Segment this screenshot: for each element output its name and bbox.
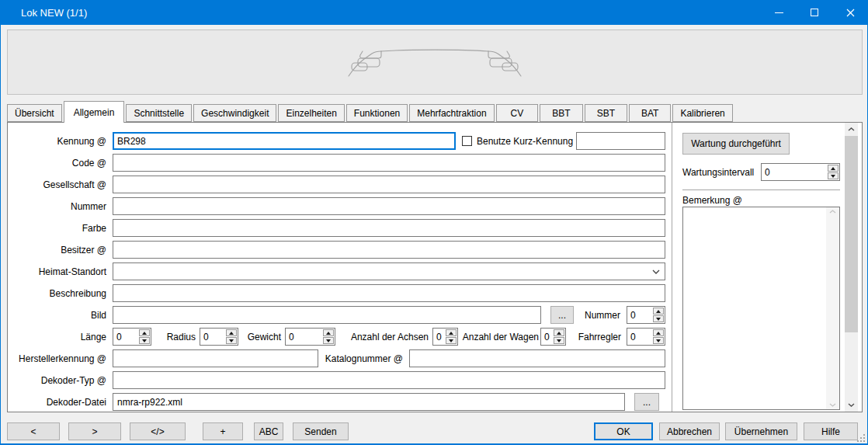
spinner-up-button[interactable] [226, 329, 237, 336]
bild-nummer-input[interactable] [627, 307, 652, 323]
gesellschaft-input[interactable] [113, 176, 665, 193]
window-controls [761, 0, 868, 25]
spinner-up-button[interactable] [653, 308, 664, 315]
tab-bar: Übersicht Allgemein Schnittstelle Geschw… [7, 101, 734, 123]
tab-einzelheiten[interactable]: Einzelheiten [278, 104, 344, 122]
radius-stepper[interactable] [200, 328, 238, 346]
tab-cv[interactable]: CV [496, 104, 539, 122]
achsen-input[interactable] [433, 329, 445, 345]
resize-grip[interactable] [856, 433, 865, 442]
gewicht-label: Gewicht [238, 332, 281, 342]
dekoder-datei-input[interactable] [113, 393, 625, 411]
tab-uebersicht[interactable]: Übersicht [7, 104, 62, 122]
ok-button[interactable]: OK [594, 422, 653, 440]
scrollbar-down-button[interactable] [845, 398, 858, 412]
tab-bbt[interactable]: BBT [540, 104, 582, 122]
spinner-up-button[interactable] [828, 165, 838, 172]
laenge-input[interactable] [113, 329, 138, 345]
code-input[interactable] [113, 154, 665, 172]
page-scrollbar[interactable] [845, 123, 858, 412]
wartung-durchgefuehrt-button[interactable]: Wartung durchgeführt [682, 133, 790, 155]
achsen-stepper[interactable] [432, 328, 458, 346]
tab-kalibrieren[interactable]: Kalibrieren [672, 104, 732, 122]
minimize-button[interactable] [761, 0, 797, 25]
spinner-up-button[interactable] [139, 329, 150, 336]
bild-nummer-stepper[interactable] [627, 306, 665, 324]
next-button[interactable]: > [68, 422, 121, 440]
tab-bat[interactable]: BAT [629, 104, 671, 122]
achsen-label: Anzahl der Achsen [335, 332, 429, 342]
close-button[interactable] [832, 0, 868, 25]
add-button[interactable]: + [203, 422, 243, 440]
scrollbar-up-button[interactable] [845, 123, 858, 136]
wagen-input[interactable] [541, 329, 553, 345]
spinner-up-button[interactable] [323, 329, 334, 336]
radius-input[interactable] [200, 329, 225, 345]
wartungsintervall-stepper[interactable] [761, 163, 840, 181]
kennung-input[interactable] [113, 132, 456, 150]
tab-schnittstelle[interactable]: Schnittstelle [126, 104, 192, 122]
tab-geschwindigkeit[interactable]: Geschwindigkeit [193, 104, 276, 122]
spinner-up-button[interactable] [446, 329, 457, 336]
spinner-down-button[interactable] [323, 337, 334, 344]
tab-funktionen[interactable]: Funktionen [346, 104, 408, 122]
beschreibung-label: Beschreibung [8, 288, 106, 299]
abbrechen-button[interactable]: Abbrechen [659, 422, 720, 440]
spinner-up-button[interactable] [554, 329, 564, 336]
hilfe-button[interactable]: Hilfe [804, 422, 858, 440]
beschreibung-input[interactable] [113, 284, 665, 302]
dekoder-typ-input[interactable] [113, 371, 665, 389]
prev-button[interactable]: < [7, 422, 60, 440]
besitzer-label: Besitzer @ [8, 245, 106, 256]
close-icon [846, 9, 855, 17]
bild-browse-button[interactable]: ... [550, 306, 574, 324]
bild-input[interactable] [113, 306, 541, 324]
dekoder-datei-browse-button[interactable]: ... [634, 393, 659, 411]
spinner-down-icon [229, 339, 234, 342]
heimat-standort-combobox[interactable] [113, 262, 665, 280]
senden-button[interactable]: Senden [293, 422, 349, 440]
window-title: Lok NEW (1/1) [0, 7, 87, 19]
scrollbar-up-icon [829, 210, 836, 214]
footer-bar: < > </> + ABC Senden OK Abbrechen Überne… [1, 412, 867, 443]
spinner-down-button[interactable] [828, 172, 838, 179]
scrollbar-thumb[interactable] [845, 136, 858, 332]
tab-mehrfachtraktion[interactable]: Mehrfachtraktion [409, 104, 494, 122]
panel-divider [672, 123, 672, 412]
spinner-down-button[interactable] [446, 337, 457, 344]
laenge-stepper[interactable] [113, 328, 151, 346]
spinner-down-button[interactable] [653, 337, 664, 344]
fahrregler-stepper[interactable] [627, 328, 665, 346]
nummer-input[interactable] [113, 197, 665, 215]
herstellerkennung-input[interactable] [113, 349, 318, 367]
tab-sbt[interactable]: SBT [585, 104, 627, 122]
abc-button[interactable]: ABC [254, 422, 283, 440]
gewicht-input[interactable] [286, 329, 322, 345]
gewicht-stepper[interactable] [285, 328, 335, 346]
kurz-kennung-input[interactable] [576, 132, 665, 150]
maintenance-panel: Wartung durchgeführt Wartungsintervall B… [682, 123, 840, 412]
scrollbar-down-icon [829, 403, 836, 407]
spinner-down-button[interactable] [653, 315, 664, 322]
bild-label: Bild [8, 310, 106, 321]
code-label: Code @ [8, 158, 106, 169]
code-view-button[interactable]: </> [130, 422, 186, 440]
wagen-stepper[interactable] [540, 328, 566, 346]
spinner-up-button[interactable] [653, 329, 664, 336]
wartungsintervall-input[interactable] [762, 164, 827, 180]
spinner-down-button[interactable] [139, 337, 150, 344]
farbe-input[interactable] [113, 219, 665, 237]
bemerkung-scrollbar[interactable] [826, 207, 839, 409]
besitzer-input[interactable] [113, 241, 665, 259]
spinner-up-icon [831, 167, 835, 170]
spinner-down-button[interactable] [554, 337, 564, 344]
bemerkung-textarea[interactable] [683, 207, 826, 409]
spinner-up-icon [229, 332, 234, 335]
kurz-kennung-checkbox[interactable] [462, 136, 472, 146]
fahrregler-input[interactable] [627, 329, 652, 345]
maximize-button[interactable] [797, 0, 832, 25]
uebernehmen-button[interactable]: Übernehmen [725, 422, 797, 440]
spinner-down-button[interactable] [226, 337, 237, 344]
tab-allgemein[interactable]: Allgemein [64, 101, 125, 123]
katalognummer-input[interactable] [409, 349, 665, 367]
